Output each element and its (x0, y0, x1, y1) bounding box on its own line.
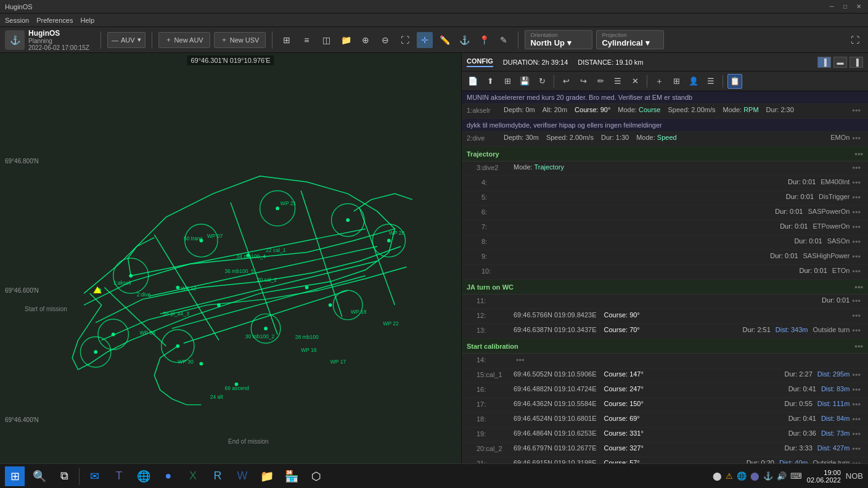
config-tab[interactable]: CONFIG (467, 57, 493, 67)
row-dots-4[interactable]: ••• (850, 178, 863, 187)
mission-row-5[interactable]: 5: Dur: 0:01 DisTrigger ••• (462, 191, 868, 206)
export-btn[interactable]: ⬆ (483, 74, 497, 89)
section-dots-cal[interactable]: ••• (854, 341, 863, 351)
browser-icon[interactable]: 🌐 (134, 466, 154, 486)
mission-row-17[interactable]: 17: 69:46.4362N 019:10.5584E Course: 150… (462, 398, 868, 413)
view-btn-3[interactable]: ▐ (850, 57, 863, 68)
mission-row-16[interactable]: 16: 69:46.4882N 019:10.4724E Course: 247… (462, 383, 868, 398)
mission-row-11[interactable]: 11: Dur: 0:01 ••• (462, 295, 868, 309)
list2-btn[interactable]: ☰ (703, 74, 718, 89)
mission-row-14[interactable]: 14: ••• (462, 354, 868, 368)
new-item-btn[interactable]: 📄 (465, 74, 480, 89)
mission-row-4[interactable]: 4: Dur: 0:01 EM400Int ••• (462, 176, 868, 191)
app-icon2[interactable]: ⬤ (750, 471, 760, 481)
grid-icon[interactable]: ⊞ (279, 32, 295, 48)
mission-row-10[interactable]: 10: Dur: 0:01 ETOn ••• (462, 265, 868, 280)
list-btn[interactable]: ☰ (610, 74, 625, 89)
row-dots-18[interactable]: ••• (850, 415, 863, 424)
mission-row-6[interactable]: 6: Dur: 0:01 SASPowerOn ••• (462, 206, 868, 221)
zoom-in-icon[interactable]: ⊕ (358, 32, 374, 48)
folder-taskbar[interactable]: 📁 (257, 466, 277, 486)
orientation-selector[interactable]: Orientation North Up ▾ (525, 30, 592, 49)
mission-row-9[interactable]: 9: Dur: 0:01 SASHighPower ••• (462, 250, 868, 265)
add2-btn[interactable]: ⊞ (669, 74, 684, 89)
row-dots-6[interactable]: ••• (850, 208, 863, 217)
chrome-icon[interactable]: ● (158, 466, 178, 486)
new-auv-button[interactable]: ＋ New AUV (158, 32, 210, 48)
mission-row-1[interactable]: 1:akselr Depth: 0m Alt: 20m Course: 90° … (462, 104, 868, 119)
row-dots-14[interactable]: ••• (514, 356, 527, 365)
refresh-btn[interactable]: ↻ (534, 74, 549, 89)
save-btn[interactable]: 💾 (517, 74, 532, 89)
mission-row-18[interactable]: 18: 69:46.4524N 019:10.6801E Course: 69°… (462, 413, 868, 428)
mission-row-2[interactable]: 2:dive Depth: 30m Speed: 2.00m/s Dur: 1:… (462, 132, 868, 147)
bluetooth-icon[interactable]: ⬤ (713, 471, 722, 481)
row-dots-20[interactable]: ••• (850, 444, 863, 453)
pin-icon[interactable]: 📍 (476, 32, 492, 48)
delete-btn[interactable]: ✕ (628, 74, 642, 89)
window-controls[interactable]: ─ □ ✕ (827, 2, 863, 11)
crosshair-icon[interactable]: ✛ (417, 32, 433, 48)
kb-icon[interactable]: ⌨ (790, 471, 802, 481)
lang-selector[interactable]: NOB (846, 471, 863, 481)
mission-row-21[interactable]: 21: 69:46.6915N 019:10.3198E Course: 57°… (462, 457, 868, 463)
mission-row-7[interactable]: 7: Dur: 0:01 ETPowerOn ••• (462, 221, 868, 235)
pen-icon[interactable]: ✏️ (436, 32, 452, 48)
mission-row-12[interactable]: 12: 69:46.5766N 019:09.8423E Course: 90°… (462, 309, 868, 324)
new-usv-button[interactable]: ＋ New USV (214, 32, 266, 48)
maximize-button[interactable]: □ (841, 2, 850, 11)
edit-icon[interactable]: ✎ (496, 32, 512, 48)
zoom-out-icon[interactable]: ⊖ (377, 32, 393, 48)
rstudio-icon[interactable]: R (208, 466, 227, 486)
row-dots-15[interactable]: ••• (850, 370, 863, 380)
menu-preferences[interactable]: Preferences (36, 17, 73, 24)
speaker-icon[interactable]: 🔊 (777, 471, 787, 481)
row-dots-5[interactable]: ••• (850, 193, 863, 202)
row-dots-17[interactable]: ••• (850, 400, 863, 409)
auv-selector[interactable]: — AUV ▾ (107, 32, 145, 48)
person-btn[interactable]: 👤 (686, 74, 701, 89)
mission-row-19[interactable]: 19: 69:46.4864N 019:10.6253E Course: 331… (462, 428, 868, 442)
store-icon[interactable]: 🏪 (282, 466, 301, 486)
row-dots-11[interactable]: ••• (850, 296, 863, 306)
mission-row-20[interactable]: 20:cal_2 69:46.6797N 019:10.2677E Course… (462, 442, 868, 457)
network-icon[interactable]: 🌐 (737, 471, 747, 481)
section-dots-trajectory[interactable]: ••• (854, 149, 863, 158)
row-dots-3[interactable]: ••• (850, 163, 863, 173)
mail-icon[interactable]: ✉ (84, 466, 104, 486)
view-btn-2[interactable]: ▬ (833, 57, 847, 68)
projection-selector[interactable]: Projection Cylindrical ▾ (596, 30, 664, 49)
view-btn-1[interactable]: ▐ (817, 57, 831, 68)
layers-icon[interactable]: ≡ (298, 32, 314, 48)
menu-help[interactable]: Help (80, 17, 94, 24)
search-taskbar[interactable]: 🔍 (30, 466, 49, 486)
add-btn[interactable]: ＋ (652, 74, 666, 89)
mission-row-3[interactable]: 3:dive2 Mode: Trajectory ••• (462, 161, 868, 176)
minimize-button[interactable]: ─ (827, 2, 836, 11)
warning-icon[interactable]: ⚠ (726, 471, 733, 481)
word-icon[interactable]: W (232, 466, 252, 486)
table-btn[interactable]: ⊞ (500, 74, 515, 89)
row-dots-9[interactable]: ••• (850, 252, 863, 261)
start-button[interactable]: ⊞ (5, 466, 25, 486)
mission-row-13[interactable]: 13: 69:46.6387N 019:10.3437E Course: 70°… (462, 324, 868, 339)
mission-list[interactable]: MUNIN akselererer med kurs 20 grader. Br… (462, 91, 868, 463)
app5-icon[interactable]: ⬡ (306, 466, 326, 486)
close-button[interactable]: ✕ (854, 2, 863, 11)
row-dots-1[interactable]: ••• (850, 106, 863, 115)
menu-session[interactable]: Session (5, 17, 29, 24)
redo-btn[interactable]: ↪ (576, 74, 591, 89)
system-clock[interactable]: 19:00 02.06.2022 (807, 469, 841, 484)
fullscreen-icon[interactable]: ⛶ (847, 32, 863, 48)
taskview-taskbar[interactable]: ⧉ (54, 466, 74, 486)
mission-row-15[interactable]: 15:cal_1 69:46.5052N 019:10.5906E Course… (462, 368, 868, 383)
row-dots-7[interactable]: ••• (850, 222, 863, 232)
row-dots-12[interactable]: ••• (850, 311, 863, 320)
active-view-btn[interactable]: 📋 (727, 74, 742, 89)
folder-icon[interactable]: 📁 (338, 32, 354, 48)
map-area[interactable]: 69°46.301'N 019°10.976'E 69°46.800'N 69°… (0, 53, 461, 463)
row-dots-19[interactable]: ••• (850, 429, 863, 439)
draw-btn[interactable]: ✏ (593, 74, 608, 89)
fit-icon[interactable]: ⛶ (397, 32, 413, 48)
row-dots-16[interactable]: ••• (850, 385, 863, 394)
